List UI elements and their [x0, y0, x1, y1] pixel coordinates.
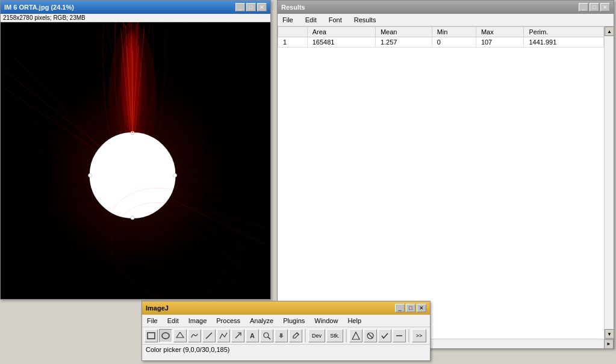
- svg-line-82: [297, 333, 299, 335]
- cell-max: 107: [476, 37, 524, 48]
- image-titlebar-buttons: _ □ ✕: [235, 3, 267, 11]
- results-scrollbar[interactable]: ▲ ▼: [604, 26, 614, 339]
- tool-line[interactable]: [202, 329, 216, 342]
- svg-rect-76: [148, 333, 155, 339]
- imagej-menu-file[interactable]: File: [145, 316, 160, 325]
- scrollbar-up-arrow[interactable]: ▲: [605, 26, 614, 36]
- svg-marker-83: [352, 332, 359, 339]
- imagej-menu-image[interactable]: Image: [186, 316, 210, 325]
- svg-point-70: [128, 43, 134, 119]
- imagej-close-button[interactable]: ✕: [417, 304, 426, 312]
- image-minimize-button[interactable]: _: [235, 3, 245, 11]
- corona-image: [1, 22, 270, 299]
- cell-index: 1: [278, 37, 308, 48]
- image-window: IM 6 ORTA.jpg (24.1%) _ □ ✕ 2158x2780 pi…: [0, 0, 271, 300]
- cell-area: 165481: [307, 37, 375, 48]
- tool-separator-1: [305, 329, 306, 342]
- results-title: Results: [281, 4, 305, 11]
- tool-extra3[interactable]: [378, 329, 391, 342]
- imagej-title: ImageJ: [146, 304, 169, 312]
- tool-extra1[interactable]: [349, 329, 362, 342]
- results-menu-edit[interactable]: Edit: [303, 15, 319, 25]
- imagej-menu-plugins[interactable]: Plugins: [281, 316, 307, 325]
- svg-line-79: [235, 333, 240, 338]
- cell-mean: 1.257: [375, 37, 432, 48]
- tool-text[interactable]: A: [246, 329, 259, 342]
- col-header-mean: Mean: [375, 27, 432, 37]
- hscroll-right-arrow[interactable]: ►: [604, 339, 614, 349]
- table-row: 1 165481 1.257 0 107 1441.991: [278, 37, 604, 48]
- results-titlebar: Results _ □ ✕: [278, 1, 614, 14]
- image-canvas: [1, 22, 270, 299]
- image-title: IM 6 ORTA.jpg (24.1%): [4, 4, 74, 11]
- tool-scroll[interactable]: [275, 329, 288, 342]
- imagej-menu-process[interactable]: Process: [214, 316, 243, 325]
- svg-point-62: [173, 174, 177, 177]
- imagej-window: ImageJ _ □ ✕ File Edit Image Process Ana…: [142, 301, 431, 361]
- svg-point-61: [89, 174, 92, 177]
- tool-more[interactable]: >>: [412, 329, 426, 342]
- imagej-menu-window[interactable]: Window: [312, 316, 340, 325]
- imagej-maximize-button[interactable]: □: [406, 304, 415, 312]
- results-menu-results[interactable]: Results: [352, 15, 379, 25]
- tool-separator-2: [346, 329, 347, 342]
- tool-separator-3: [408, 329, 409, 342]
- results-close-button[interactable]: ✕: [600, 3, 610, 11]
- image-maximize-button[interactable]: □: [246, 3, 256, 11]
- image-close-button[interactable]: ✕: [257, 3, 267, 11]
- tool-polygon[interactable]: [173, 329, 187, 342]
- tool-extra4[interactable]: [393, 329, 406, 342]
- imagej-status-bar: Color picker (9,0,0/30,0,185): [142, 344, 430, 354]
- col-header-index: [278, 27, 308, 37]
- results-window: Results _ □ ✕ File Edit Font Results Are…: [277, 0, 614, 349]
- results-content-area: Area Mean Min Max Perim. 1 165481 1.257 …: [278, 26, 614, 339]
- scrollbar-track: [605, 36, 614, 329]
- imagej-titlebar: ImageJ _ □ ✕: [142, 301, 430, 315]
- results-menu-bar: File Edit Font Results: [278, 14, 614, 26]
- imagej-toolbar: A Dev Stk. >>: [142, 327, 430, 344]
- results-menu-file[interactable]: File: [280, 15, 296, 25]
- imagej-menu-help[interactable]: Help: [345, 316, 364, 325]
- results-menu-font[interactable]: Font: [326, 15, 344, 25]
- tool-magnify[interactable]: [260, 329, 273, 342]
- results-maximize-button[interactable]: □: [590, 3, 599, 11]
- svg-point-80: [264, 333, 269, 338]
- imagej-menu-edit[interactable]: Edit: [165, 316, 181, 325]
- tool-dev[interactable]: Dev: [308, 329, 325, 342]
- tool-arrow[interactable]: [231, 329, 244, 342]
- svg-point-60: [131, 216, 134, 220]
- svg-line-85: [368, 333, 373, 338]
- tool-stk[interactable]: Stk.: [326, 329, 343, 342]
- imagej-menu-bar: File Edit Image Process Analyze Plugins …: [142, 315, 430, 327]
- col-header-perim: Perim.: [524, 27, 604, 37]
- results-minimize-button[interactable]: _: [579, 3, 588, 11]
- tool-rectangle[interactable]: [145, 329, 158, 342]
- tool-polyline[interactable]: [217, 329, 230, 342]
- tool-extra2[interactable]: [364, 329, 377, 342]
- tool-freehand[interactable]: [188, 329, 201, 342]
- results-titlebar-buttons: _ □ ✕: [579, 3, 610, 11]
- col-header-max: Max: [476, 27, 524, 37]
- tool-oval[interactable]: [159, 329, 172, 342]
- tool-brush[interactable]: [289, 329, 302, 342]
- svg-line-81: [268, 337, 270, 339]
- imagej-menu-analyze[interactable]: Analyze: [247, 316, 276, 325]
- results-table-container: Area Mean Min Max Perim. 1 165481 1.257 …: [278, 26, 604, 339]
- results-table: Area Mean Min Max Perim. 1 165481 1.257 …: [278, 26, 604, 48]
- cell-min: 0: [432, 37, 476, 48]
- image-titlebar: IM 6 ORTA.jpg (24.1%) _ □ ✕: [1, 1, 270, 14]
- svg-point-77: [162, 333, 169, 339]
- svg-line-78: [206, 333, 212, 339]
- col-header-min: Min: [432, 27, 476, 37]
- image-subtitle: 2158x2780 pixels; RGB; 23MB: [1, 14, 270, 22]
- col-header-area: Area: [307, 27, 375, 37]
- scrollbar-down-arrow[interactable]: ▼: [605, 329, 614, 339]
- imagej-titlebar-buttons: _ □ ✕: [395, 304, 426, 312]
- cell-perim: 1441.991: [524, 37, 604, 48]
- imagej-minimize-button[interactable]: _: [395, 304, 405, 312]
